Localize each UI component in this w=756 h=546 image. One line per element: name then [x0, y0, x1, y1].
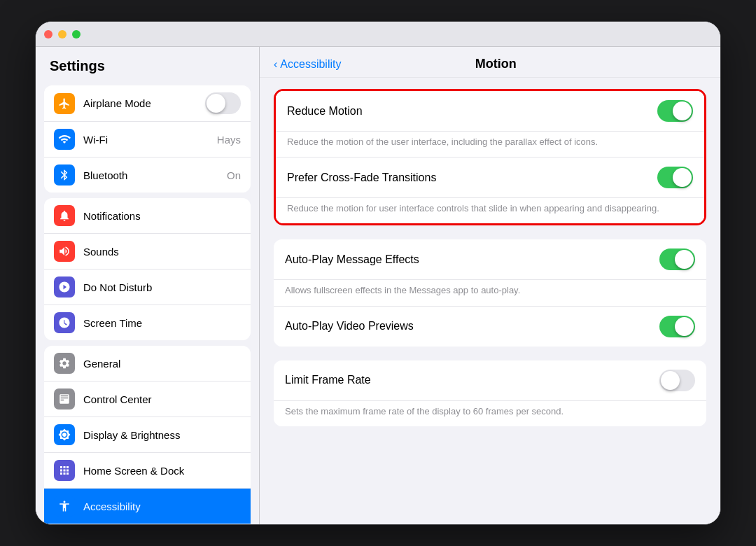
sidebar-label-dnd: Do Not Disturb — [83, 281, 241, 293]
settings-label-limit-frame-rate: Limit Frame Rate — [285, 374, 659, 386]
sidebar-label-screen-time: Screen Time — [83, 317, 241, 329]
limit-frame-rate-description: Sets the maximum frame rate of the displ… — [274, 401, 706, 426]
settings-row-reduce-motion[interactable]: Reduce Motion — [276, 91, 704, 132]
sidebar-item-control-center[interactable]: Control Center — [44, 382, 251, 417]
sidebar-item-home-screen[interactable]: Home Screen & Dock — [44, 453, 251, 489]
cross-fade-description: Reduce the motion for user interface con… — [276, 198, 704, 223]
sidebar-item-dnd[interactable]: Do Not Disturb — [44, 270, 251, 305]
sidebar-group-connectivity: Airplane Mode Wi-Fi Hays Bl — [44, 85, 251, 192]
sidebar-group-alerts: Notifications Sounds Do Not Disturb — [44, 198, 251, 340]
sidebar-label-wifi: Wi-Fi — [83, 134, 209, 146]
sidebar-label-notifications: Notifications — [83, 210, 241, 222]
dnd-icon — [54, 276, 75, 298]
device-frame: Settings Airplane Mode Wi-Fi — [35, 21, 721, 525]
settings-label-auto-play-video: Auto-Play Video Previews — [285, 320, 659, 332]
auto-play-messages-toggle[interactable] — [659, 248, 695, 270]
sidebar-item-display-brightness[interactable]: Display & Brightness — [44, 417, 251, 453]
settings-group-autoplay: Auto-Play Message Effects Allows fullscr… — [274, 239, 706, 346]
chevron-left-icon: ‹ — [274, 58, 277, 71]
maximize-button[interactable] — [72, 30, 80, 38]
minimize-button[interactable] — [58, 30, 66, 38]
panel-title: Motion — [341, 57, 650, 71]
general-icon — [54, 353, 75, 374]
settings-label-auto-play-messages: Auto-Play Message Effects — [285, 253, 659, 266]
main-panel: ‹ Accessibility Motion Reduce Motion — [260, 47, 720, 524]
settings-row-auto-play-messages[interactable]: Auto-Play Message Effects — [274, 239, 706, 280]
settings-group-frame-rate: Limit Frame Rate Sets the maximum frame … — [274, 360, 706, 426]
settings-row-limit-frame-rate[interactable]: Limit Frame Rate — [274, 360, 706, 401]
sidebar-group-system: General Control Center Display & Brightn… — [44, 346, 251, 524]
home-screen-icon — [54, 460, 75, 481]
display-icon — [54, 424, 75, 445]
limit-frame-rate-knob — [661, 371, 680, 390]
settings-label-cross-fade: Prefer Cross-Fade Transitions — [287, 172, 657, 184]
sidebar-label-accessibility: Accessibility — [83, 500, 241, 512]
settings-label-reduce-motion: Reduce Motion — [287, 105, 657, 118]
bluetooth-icon — [54, 164, 75, 186]
airplane-mode-toggle-knob — [206, 94, 225, 113]
sounds-icon — [54, 241, 75, 262]
auto-play-video-toggle[interactable] — [659, 316, 695, 337]
sidebar-value-wifi: Hays — [217, 134, 241, 146]
sidebar-label-airplane-mode: Airplane Mode — [83, 97, 197, 109]
sidebar-header: Settings — [36, 47, 259, 80]
sidebar-item-airplane-mode[interactable]: Airplane Mode — [44, 85, 251, 122]
sidebar-item-bluetooth[interactable]: Bluetooth On — [44, 158, 251, 192]
sidebar-item-general[interactable]: General — [44, 346, 251, 382]
screentime-icon — [54, 312, 75, 333]
auto-play-messages-knob — [675, 250, 694, 269]
settings-row-auto-play-video[interactable]: Auto-Play Video Previews — [274, 307, 706, 346]
sidebar-item-sounds[interactable]: Sounds — [44, 234, 251, 270]
reduce-motion-knob — [673, 102, 692, 120]
sidebar-label-general: General — [83, 358, 241, 370]
sidebar-label-sounds: Sounds — [83, 246, 241, 258]
airplane-mode-toggle[interactable] — [205, 92, 241, 114]
main-content: Settings Airplane Mode Wi-Fi — [36, 47, 720, 524]
back-link[interactable]: ‹ Accessibility — [274, 58, 341, 71]
reduce-motion-toggle[interactable] — [657, 100, 693, 122]
sidebar-label-bluetooth: Bluetooth — [83, 169, 218, 181]
accessibility-icon — [54, 496, 75, 517]
sidebar-item-wifi[interactable]: Wi-Fi Hays — [44, 122, 251, 158]
settings-row-cross-fade[interactable]: Prefer Cross-Fade Transitions — [276, 158, 704, 198]
wifi-icon — [54, 129, 75, 150]
limit-frame-rate-toggle[interactable] — [659, 370, 695, 391]
control-center-icon — [54, 388, 75, 410]
sidebar-label-home-screen: Home Screen & Dock — [83, 465, 241, 477]
settings-group-highlighted: Reduce Motion Reduce the motion of the u… — [276, 91, 704, 223]
sidebar-item-screen-time[interactable]: Screen Time — [44, 305, 251, 340]
sidebar-item-accessibility[interactable]: Accessibility — [44, 489, 251, 524]
cross-fade-knob — [673, 168, 692, 187]
back-label: Accessibility — [280, 58, 341, 71]
close-button[interactable] — [44, 30, 52, 38]
cross-fade-toggle[interactable] — [657, 167, 693, 188]
airplane-icon — [54, 93, 75, 114]
sidebar-value-bluetooth: On — [227, 169, 241, 181]
panel-header: ‹ Accessibility Motion — [260, 47, 720, 78]
highlight-box: Reduce Motion Reduce the motion of the u… — [274, 89, 706, 225]
sidebar-item-notifications[interactable]: Notifications — [44, 198, 251, 234]
sidebar: Settings Airplane Mode Wi-Fi — [36, 47, 260, 524]
sidebar-label-display: Display & Brightness — [83, 429, 241, 441]
reduce-motion-description: Reduce the motion of the user interface,… — [276, 132, 704, 158]
notifications-icon — [54, 205, 75, 226]
auto-play-video-knob — [675, 317, 694, 336]
auto-play-messages-description: Allows fullscreen effects in the Message… — [274, 280, 706, 306]
sidebar-label-control-center: Control Center — [83, 393, 241, 405]
panel-body: Reduce Motion Reduce the motion of the u… — [260, 78, 720, 524]
title-bar — [36, 22, 720, 47]
